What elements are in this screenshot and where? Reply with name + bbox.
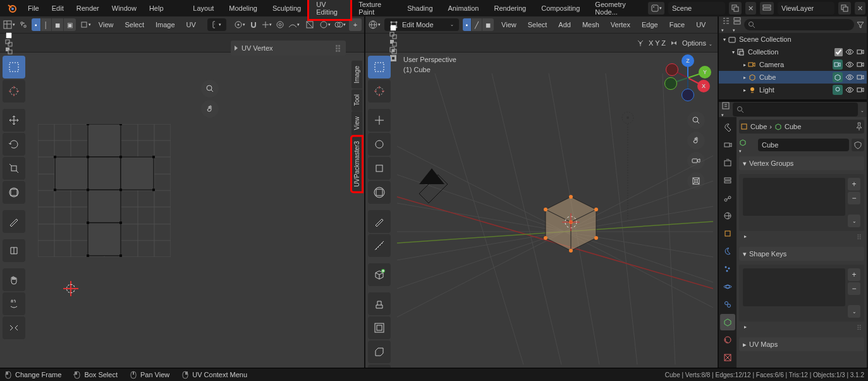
light-data-chip-icon[interactable]	[833, 85, 843, 95]
vp-tool-inset-icon[interactable]	[368, 316, 391, 339]
vp-tool-bevel-icon[interactable]	[368, 340, 391, 363]
vp-tool-transform-icon[interactable]	[368, 181, 391, 204]
outliner-filter-icon[interactable]	[857, 21, 864, 28]
viewlayer-name-field[interactable]: ViewLayer	[778, 2, 834, 15]
tab-image[interactable]: Image	[351, 61, 362, 89]
plus-icon[interactable]: +	[848, 268, 860, 281]
tab-scene-icon[interactable]	[720, 190, 735, 206]
minus-icon[interactable]: −	[848, 192, 860, 204]
uv-menu-select[interactable]: Select	[121, 21, 148, 28]
axis-x-toggle[interactable]: X	[649, 39, 653, 47]
viewlayer-new-icon[interactable]	[838, 2, 851, 15]
uv-image-browse-icon[interactable]: ▾	[207, 18, 226, 31]
pin-icon[interactable]	[855, 122, 863, 131]
vertex-select-icon[interactable]: ▪	[463, 18, 472, 31]
uv-pan-icon[interactable]	[201, 100, 219, 118]
drag-handle-icon[interactable]	[336, 45, 342, 51]
tab-object-icon[interactable]	[720, 225, 735, 242]
tab-world-icon[interactable]	[720, 208, 735, 224]
vp-drag-select-extend-icon[interactable]	[389, 32, 397, 39]
uv-show-gizmo-icon[interactable]: +	[349, 18, 362, 31]
tab-constraints-icon[interactable]	[720, 296, 735, 313]
workspace-tab-sculpting[interactable]: Sculpting	[265, 1, 309, 16]
workspace-tab-shading[interactable]: Shading	[400, 1, 440, 16]
tab-viewlayer-icon[interactable]	[720, 172, 735, 189]
tool-scale-icon[interactable]	[3, 157, 25, 180]
drag-dots-icon[interactable]: ⠿	[857, 234, 863, 242]
properties-search-input[interactable]	[733, 103, 858, 116]
scene-browse-icon[interactable]: ▾	[648, 2, 664, 15]
uv-select-island-icon[interactable]: ▣	[64, 18, 76, 31]
tab-data-icon[interactable]	[720, 314, 735, 330]
tool-move-icon[interactable]	[3, 109, 25, 132]
scene-name-field[interactable]: Scene	[668, 2, 725, 15]
scene-delete-icon[interactable]: ✕	[745, 2, 756, 15]
tool-pinch-icon[interactable]	[3, 316, 25, 339]
uv-drag-select-extend-icon[interactable]	[5, 39, 13, 47]
shape-keys-list[interactable]	[743, 268, 845, 306]
minus-icon[interactable]: −	[848, 282, 860, 295]
uv-menu-image[interactable]: Image	[152, 21, 179, 28]
workspace-tab-modeling[interactable]: Modeling	[221, 1, 265, 16]
tool-rotate-icon[interactable]	[3, 133, 25, 156]
tab-tool[interactable]: Tool	[351, 89, 362, 111]
chevron-right-icon[interactable]: ▸	[744, 234, 747, 242]
uv-snap-type-icon[interactable]: ▾	[262, 18, 272, 31]
tab-uvpackmaster3[interactable]: UVPackmaster3	[351, 136, 362, 192]
face-select-icon[interactable]: ◼	[482, 18, 494, 31]
menu-render[interactable]: Render	[70, 1, 106, 15]
axis-z-toggle[interactable]: Z	[661, 39, 666, 47]
vp-tool-extrude-icon[interactable]	[368, 292, 391, 315]
eye-icon[interactable]	[845, 73, 854, 81]
uv-overlays-icon[interactable]: ▾	[334, 18, 346, 31]
uv-display-channels-icon[interactable]: ▾	[319, 18, 331, 31]
eye-icon[interactable]	[845, 61, 854, 68]
camera-render-icon[interactable]	[857, 73, 864, 81]
workspace-tab-layout[interactable]: Layout	[185, 1, 221, 16]
uv-pivot-icon[interactable]: ▾	[234, 18, 245, 31]
uv-proportional-icon[interactable]	[276, 18, 284, 31]
uv-select-face-icon[interactable]: ◼	[52, 18, 64, 31]
vp-menu-mesh[interactable]: Mesh	[578, 21, 603, 28]
mesh-name-field[interactable]: Cube	[758, 139, 849, 151]
scene-new-icon[interactable]	[729, 2, 742, 15]
uv-live-unwrap-icon[interactable]	[303, 18, 316, 31]
tab-render-icon[interactable]	[720, 137, 735, 153]
panel-uv-maps[interactable]: ▸UV Maps	[739, 337, 864, 351]
viewlayer-delete-icon[interactable]: ✕	[855, 2, 865, 15]
outliner-search-input[interactable]	[744, 19, 854, 30]
vp-menu-uv[interactable]: UV	[692, 21, 709, 28]
uv-menu-view[interactable]: View	[95, 21, 118, 28]
menu-window[interactable]: Window	[106, 1, 143, 15]
vp-tool-measure-icon[interactable]	[368, 234, 391, 257]
workspace-tab-uv-editing[interactable]: UV Editing	[309, 0, 351, 20]
tab-tool-icon[interactable]	[720, 119, 735, 135]
properties-options-icon[interactable]: ⌄	[860, 106, 864, 113]
axis-y-toggle[interactable]: Y	[655, 39, 659, 47]
tool-cursor-icon[interactable]	[3, 80, 25, 103]
outliner-collection-row[interactable]: ▾ Collection	[719, 46, 867, 58]
eye-icon[interactable]	[845, 48, 854, 56]
panel-vertex-groups[interactable]: ▾Vertex Groups	[739, 156, 864, 170]
outliner-camera-row[interactable]: ▸ Camera	[719, 58, 867, 71]
tool-transform-icon[interactable]	[3, 181, 25, 204]
editor-type-3d-icon[interactable]: ▾	[368, 18, 381, 31]
camera-data-chip-icon[interactable]	[833, 59, 843, 70]
drag-dots-icon[interactable]: ⠿	[857, 324, 863, 332]
vp-menu-view[interactable]: View	[498, 21, 520, 28]
vp-tool-select-icon[interactable]	[368, 56, 391, 78]
shield-icon[interactable]	[852, 139, 864, 151]
uv-drag-select-set-icon[interactable]	[5, 32, 13, 39]
vp-menu-vertex[interactable]: Vertex	[607, 21, 634, 28]
uv-grid-canvas[interactable]	[38, 124, 171, 257]
tool-select-box-icon[interactable]	[3, 56, 25, 78]
viewlayer-browse-icon[interactable]	[760, 2, 774, 15]
workspace-tab-rendering[interactable]: Rendering	[486, 1, 534, 16]
workspace-tab-compositing[interactable]: Compositing	[534, 1, 587, 16]
vp-drag-select-set-icon[interactable]	[389, 24, 397, 32]
outliner-cube-row[interactable]: ▸ Cube	[719, 71, 867, 84]
vp-menu-face[interactable]: Face	[666, 21, 688, 28]
uv-zoom-icon[interactable]	[201, 80, 219, 97]
tab-particles-icon[interactable]	[720, 261, 735, 277]
tool-grab-icon[interactable]	[3, 268, 25, 291]
